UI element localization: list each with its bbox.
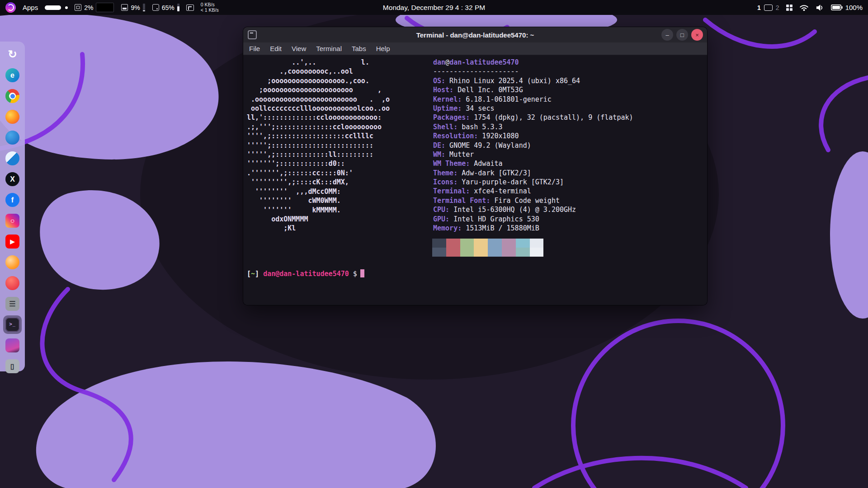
rhino-launcher-icon: ↻ xyxy=(5,47,19,61)
terminal-viewport[interactable]: ..',.. l. .,cooooooooc,..ool ;oooooooooo… xyxy=(243,55,707,305)
facebook-icon: f xyxy=(5,193,19,207)
edge-browser-icon: e xyxy=(5,68,19,82)
dock-item-file-manager[interactable]: ☰ xyxy=(3,295,22,313)
info-cpu: CPU: Intel i5-6300HQ (4) @ 3.200GHz xyxy=(433,205,633,214)
fetch-output: ..',.. l. .,cooooooooc,..ool ;oooooooooo… xyxy=(247,58,703,233)
info-separator: --------------------- xyxy=(433,67,633,76)
minimize-button[interactable]: – xyxy=(661,29,673,41)
info-wm: WM: Mutter xyxy=(433,150,633,159)
rhino-logo-icon[interactable] xyxy=(5,2,16,13)
prompt-user: dan xyxy=(263,270,275,278)
maximize-button[interactable]: □ xyxy=(676,29,688,41)
palette-swatch xyxy=(460,248,474,257)
menu-edit[interactable]: Edit xyxy=(265,42,287,55)
apps-button[interactable]: Apps xyxy=(23,4,38,11)
menu-view[interactable]: View xyxy=(287,42,311,55)
info-header: dan@dan-latitudee5470 xyxy=(433,58,633,67)
memory-applet[interactable]: 9% xyxy=(121,4,145,11)
workspace-dot xyxy=(65,6,68,9)
dock-item-firefox-browser[interactable] xyxy=(3,108,22,126)
info-uptime: Uptime: 34 secs xyxy=(433,104,633,113)
battery-applet[interactable]: 100% xyxy=(831,4,863,11)
dock-item-gameboy-emulator[interactable]: ▯ xyxy=(3,357,22,375)
palette-swatch xyxy=(516,248,530,257)
info-de: DE: GNOME 49.2 (Wayland) xyxy=(433,141,633,150)
terminal-window-icon xyxy=(248,30,257,39)
palette-swatch xyxy=(530,248,544,257)
palette-swatch xyxy=(446,248,460,257)
dock-item-youtube[interactable]: ▶ xyxy=(3,232,22,251)
disk-bar xyxy=(177,4,179,11)
screen-layout-icon[interactable] xyxy=(186,5,194,11)
workspace-indicator[interactable]: 1 2 xyxy=(757,4,779,11)
network-speed-applet[interactable]: 0 KB/s < 1 KB/s xyxy=(201,2,219,13)
close-button[interactable]: × xyxy=(691,29,703,41)
palette-swatch xyxy=(502,239,516,248)
net-up-value: 0 KB/s xyxy=(201,2,219,8)
disk-applet[interactable]: 65% xyxy=(152,4,179,11)
memory-bar xyxy=(143,4,145,11)
workspace-pill[interactable] xyxy=(45,5,61,10)
terminal-cursor xyxy=(360,269,364,277)
chrome-browser-icon xyxy=(5,89,19,103)
palette-swatch xyxy=(516,239,530,248)
instagram-icon: ○ xyxy=(5,214,19,228)
battery-icon xyxy=(831,5,843,10)
dock-item-chrome-browser[interactable] xyxy=(3,87,22,105)
thunderbird-icon xyxy=(5,131,19,145)
memory-icon xyxy=(121,4,128,11)
disk-icon xyxy=(152,4,159,11)
info-gpu: GPU: Intel HD Graphics 530 xyxy=(433,215,633,224)
strawberry-icon xyxy=(5,276,19,290)
dock-item-x-twitter[interactable]: X xyxy=(3,170,22,188)
header-user: dan xyxy=(433,58,445,66)
info-terminal-font: Terminal Font: Fira Code weight xyxy=(433,196,633,205)
dock-item-rhino-launcher[interactable]: ↻ xyxy=(3,45,22,64)
header-at: @ xyxy=(445,58,449,66)
clock[interactable]: Monday, December 29 4 : 32 PM xyxy=(383,0,485,15)
youtube-icon: ▶ xyxy=(5,235,19,249)
disk-value: 65% xyxy=(162,4,175,11)
monitor-icon xyxy=(764,5,773,11)
menu-file[interactable]: File xyxy=(244,42,265,55)
info-terminal: Terminal: xfce4-terminal xyxy=(433,187,633,196)
palette-swatch xyxy=(488,248,502,257)
palette-swatch xyxy=(432,239,446,248)
palette-swatch xyxy=(474,248,488,257)
titlebar[interactable]: Terminal - dan@dan-latitudee5470: ~ – □ … xyxy=(243,27,707,42)
menu-tabs[interactable]: Tabs xyxy=(347,42,371,55)
wifi-icon[interactable] xyxy=(799,4,809,11)
window-controls: – □ × xyxy=(661,29,703,41)
shell-prompt: [~] dan@dan-latitudee5470 $ xyxy=(247,269,703,278)
palette-swatch xyxy=(474,239,488,248)
info-icons: Icons: Yaru-purple-dark [GTK2/3] xyxy=(433,178,633,187)
info-memory: Memory: 1513MiB / 15880MiB xyxy=(433,224,633,233)
prompt-path: ~ xyxy=(251,270,255,278)
prompt-bracket: [ xyxy=(247,270,251,278)
cpu-applet[interactable]: 2% xyxy=(75,3,114,12)
memory-value: 9% xyxy=(131,4,140,11)
menu-terminal[interactable]: Terminal xyxy=(311,42,347,55)
info-lines: OS: Rhino Linux 2025.4 (ubxi) x86_64Host… xyxy=(433,76,633,233)
dock-item-facebook[interactable]: f xyxy=(3,191,22,209)
gameboy-emulator-icon: ▯ xyxy=(5,359,19,373)
dock-item-instagram[interactable]: ○ xyxy=(3,211,22,230)
prompt-bracket: ] xyxy=(255,270,259,278)
volume-icon[interactable] xyxy=(816,4,824,11)
dock-item-strawberry[interactable] xyxy=(3,274,22,292)
firefox-browser-icon xyxy=(5,110,19,124)
menu-help[interactable]: Help xyxy=(371,42,395,55)
dock-item-thunderbird[interactable] xyxy=(3,128,22,147)
dock-item-edge-browser[interactable]: e xyxy=(3,66,22,84)
system-info: dan@dan-latitudee5470 ------------------… xyxy=(433,58,633,233)
dock-item-orange-fruit[interactable] xyxy=(3,253,22,272)
dock-item-media-editor[interactable] xyxy=(3,336,22,355)
dock-item-terminal[interactable]: >_ xyxy=(3,315,22,334)
extensions-icon[interactable] xyxy=(786,5,793,11)
info-os: OS: Rhino Linux 2025.4 (ubxi) x86_64 xyxy=(433,76,633,85)
workspace-1[interactable]: 1 xyxy=(757,4,761,11)
workspace-2[interactable]: 2 xyxy=(776,4,779,11)
palette-swatch xyxy=(446,239,460,248)
prompt-host: dan-latitudee5470 xyxy=(279,270,349,278)
dock-item-paypal[interactable] xyxy=(3,149,22,168)
